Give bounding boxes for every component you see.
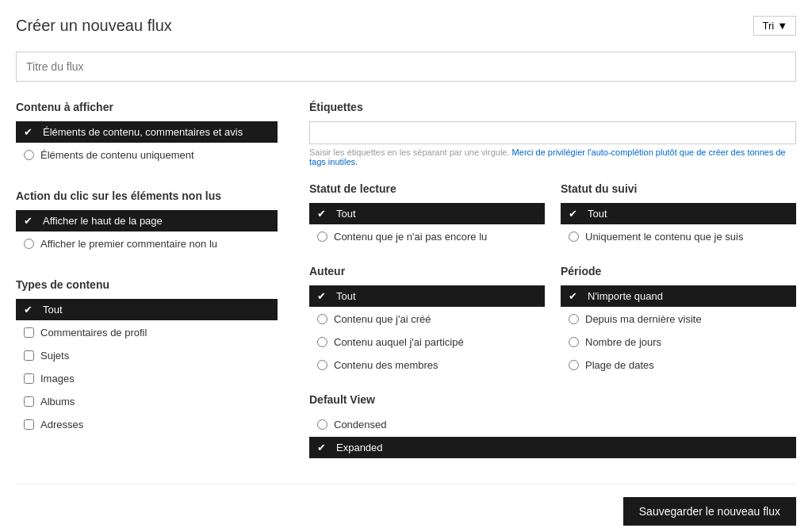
statut-suivi-title: Statut du suivi — [561, 182, 796, 195]
action-clic-option-0[interactable]: ✔ Afficher le haut de la page — [16, 210, 278, 231]
contenu-option-0-label: Éléments de contenu, commentaires et avi… — [43, 126, 243, 138]
statut-lecture-radio-1[interactable] — [317, 231, 327, 242]
auteur-section-title: Auteur — [309, 265, 545, 277]
action-clic-section: Action du clic sur les éléments non lus … — [16, 189, 278, 256]
page-header: Créer un nouveau flux Tri ▼ — [16, 16, 796, 36]
statuts-grid: Statut de lecture ✔ Tout Contenu que je … — [309, 182, 796, 249]
types-option-1-label: Commentaires de profil — [40, 327, 147, 339]
auteur-option-2-label: Contenu auquel j'ai participé — [334, 336, 464, 348]
flux-title-input[interactable] — [16, 52, 796, 82]
tri-label: Tri — [762, 20, 774, 32]
statut-suivi-option-1[interactable]: Uniquement le contenu que je suis — [561, 226, 796, 247]
periode-option-3-label: Plage de dates — [585, 359, 654, 371]
auteur-radio-3[interactable] — [317, 360, 327, 370]
types-checkbox-1[interactable] — [24, 327, 34, 338]
etiquettes-input[interactable] — [309, 121, 796, 144]
action-clic-section-title: Action du clic sur les éléments non lus — [16, 189, 278, 202]
statut-suivi-option-0-label: Tout — [588, 208, 607, 220]
contenu-radio-1[interactable] — [24, 150, 34, 160]
auteur-option-1[interactable]: Contenu que j'ai créé — [309, 308, 545, 330]
action-clic-radio-1[interactable] — [24, 239, 34, 249]
default-view-option-1[interactable]: ✔ Expanded — [309, 437, 796, 458]
statut-suivi-radio-1[interactable] — [569, 231, 579, 242]
statut-suivi-option-1-label: Uniquement le contenu que je suis — [585, 231, 743, 243]
tri-button[interactable]: Tri ▼ — [753, 16, 796, 36]
auteur-option-1-label: Contenu que j'ai créé — [334, 313, 431, 325]
types-checkbox-4[interactable] — [24, 396, 34, 407]
periode-option-0[interactable]: ✔ N'importe quand — [561, 285, 796, 307]
auteur-option-2[interactable]: Contenu auquel j'ai participé — [309, 331, 545, 353]
periode-section: Période ✔ N'importe quand Depuis ma dern… — [561, 265, 796, 377]
auteur-checkmark-icon: ✔ — [317, 290, 330, 302]
periode-option-1[interactable]: Depuis ma dernière visite — [561, 308, 796, 330]
action-clic-option-1-label: Afficher le premier commentaire non lu — [40, 238, 217, 250]
periode-radio-2[interactable] — [569, 337, 579, 347]
statut-suivi-section: Statut du suivi ✔ Tout Uniquement le con… — [561, 182, 796, 249]
action-checkmark-icon: ✔ — [24, 215, 36, 227]
types-option-3[interactable]: Images — [16, 368, 278, 389]
types-option-5-label: Adresses — [40, 419, 83, 430]
types-option-3-label: Images — [40, 373, 75, 385]
auteur-option-0-label: Tout — [336, 290, 356, 302]
periode-option-2-label: Nombre de jours — [585, 336, 661, 348]
page-title: Créer un nouveau flux — [16, 17, 172, 35]
periode-checkmark-icon: ✔ — [569, 290, 581, 302]
statut-lecture-section: Statut de lecture ✔ Tout Contenu que je … — [309, 182, 545, 249]
periode-section-title: Période — [561, 265, 796, 277]
auteur-option-0[interactable]: ✔ Tout — [309, 285, 545, 307]
statut-suivi-checkmark-icon: ✔ — [569, 208, 581, 220]
default-view-title: Default View — [309, 393, 796, 406]
checkmark-icon: ✔ — [24, 126, 36, 138]
periode-option-3[interactable]: Plage de dates — [561, 354, 796, 376]
auteur-radio-1[interactable] — [317, 314, 327, 324]
page-container: Créer un nouveau flux Tri ▼ Contenu à af… — [0, 0, 812, 528]
statut-lecture-option-1[interactable]: Contenu que je n'ai pas encore lu — [309, 226, 545, 247]
statut-suivi-option-0[interactable]: ✔ Tout — [561, 203, 796, 224]
left-column: Contenu à afficher ✔ Éléments de contenu… — [16, 101, 278, 460]
types-checkmark-icon: ✔ — [24, 304, 36, 316]
default-view-option-0[interactable]: Condensed — [309, 414, 796, 435]
action-clic-option-1[interactable]: Afficher le premier commentaire non lu — [16, 233, 278, 254]
statut-lecture-option-0-label: Tout — [336, 208, 356, 220]
right-column: Étiquettes Saisir les étiquettes en les … — [309, 101, 796, 460]
types-option-0-label: Tout — [43, 304, 63, 316]
auteur-option-3[interactable]: Contenu des membres — [309, 354, 545, 376]
etiquettes-hint: Saisir les étiquettes en les séparant pa… — [309, 147, 796, 166]
types-checkbox-3[interactable] — [24, 373, 34, 384]
footer-bar: Sauvegarder le nouveau flux — [16, 484, 796, 526]
types-option-4[interactable]: Albums — [16, 391, 278, 412]
contenu-section-title: Contenu à afficher — [16, 101, 278, 113]
types-contenu-section-title: Types de contenu — [16, 278, 278, 291]
contenu-section: Contenu à afficher ✔ Éléments de contenu… — [16, 101, 278, 167]
etiquettes-hint-normal: Saisir les étiquettes en les séparant pa… — [309, 147, 510, 157]
types-checkbox-2[interactable] — [24, 350, 34, 361]
default-view-option-1-label: Expanded — [336, 442, 383, 453]
periode-option-2[interactable]: Nombre de jours — [561, 331, 796, 353]
save-button[interactable]: Sauvegarder le nouveau flux — [623, 497, 796, 526]
types-option-1[interactable]: Commentaires de profil — [16, 322, 278, 343]
types-option-0[interactable]: ✔ Tout — [16, 299, 278, 320]
default-view-radio-0[interactable] — [317, 419, 327, 430]
types-option-2-label: Sujets — [40, 350, 69, 362]
etiquettes-section: Étiquettes Saisir les étiquettes en les … — [309, 101, 796, 166]
auteur-periode-grid: Auteur ✔ Tout Contenu que j'ai créé Cont… — [309, 265, 796, 377]
periode-radio-1[interactable] — [569, 314, 579, 324]
periode-option-0-label: N'importe quand — [588, 290, 663, 302]
types-option-2[interactable]: Sujets — [16, 345, 278, 366]
contenu-option-1[interactable]: Éléments de contenu uniquement — [16, 144, 278, 166]
periode-option-1-label: Depuis ma dernière visite — [585, 313, 702, 325]
types-option-5[interactable]: Adresses — [16, 414, 278, 435]
main-grid: Contenu à afficher ✔ Éléments de contenu… — [16, 101, 796, 460]
default-view-checkmark-icon: ✔ — [317, 442, 330, 453]
statut-lecture-option-0[interactable]: ✔ Tout — [309, 203, 545, 224]
types-checkbox-5[interactable] — [24, 419, 34, 430]
auteur-radio-2[interactable] — [317, 337, 327, 347]
contenu-option-0[interactable]: ✔ Éléments de contenu, commentaires et a… — [16, 121, 278, 143]
action-clic-option-0-label: Afficher le haut de la page — [43, 215, 163, 227]
statut-lecture-checkmark-icon: ✔ — [317, 208, 330, 220]
default-view-option-0-label: Condensed — [334, 419, 387, 430]
default-view-section: Default View Condensed ✔ Expanded — [309, 393, 796, 460]
periode-radio-3[interactable] — [569, 360, 579, 370]
auteur-section: Auteur ✔ Tout Contenu que j'ai créé Cont… — [309, 265, 545, 377]
types-contenu-section: Types de contenu ✔ Tout Commentaires de … — [16, 278, 278, 437]
